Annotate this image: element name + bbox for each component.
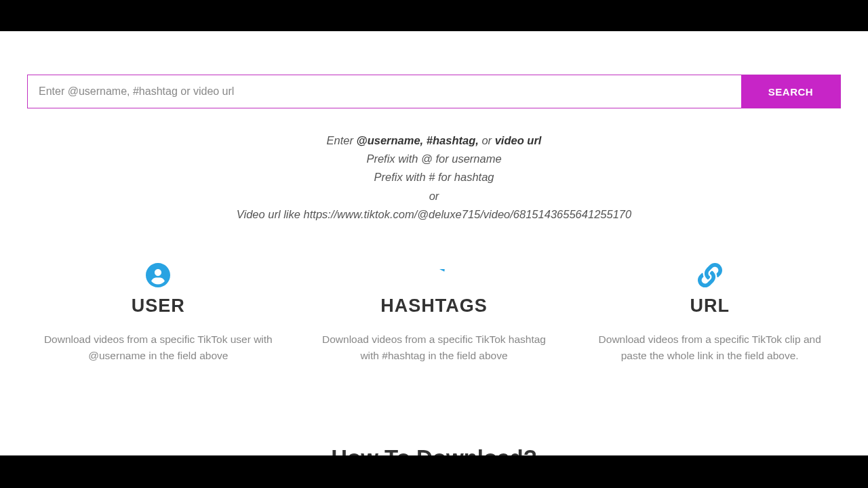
main-content: SEARCH Enter @username, #hashtag, or vid… — [0, 75, 868, 471]
instruction-line-3: Prefix with # for hashtag — [27, 168, 841, 186]
instruction-line-5: Video url like https://www.tiktok.com/@d… — [27, 205, 841, 224]
instructions-block: Enter @username, #hashtag, or video url … — [27, 131, 841, 224]
instruction-text: Enter — [327, 134, 357, 146]
feature-url: URL Download videos from a specific TikT… — [578, 262, 841, 364]
instruction-text: or — [479, 134, 495, 146]
hashtag-icon — [310, 262, 559, 289]
feature-desc: Download videos from a specific TikTok h… — [310, 331, 559, 364]
instruction-bold: @username, #hashtag, — [357, 134, 479, 146]
user-icon — [34, 262, 283, 289]
feature-title: USER — [34, 296, 283, 317]
link-icon — [585, 262, 834, 289]
feature-desc: Download videos from a specific TikTok u… — [34, 331, 283, 364]
feature-title: HASHTAGS — [310, 296, 559, 317]
letterbox-top — [0, 0, 868, 31]
instruction-line-4: or — [27, 187, 841, 205]
search-button[interactable]: SEARCH — [741, 75, 840, 108]
search-bar: SEARCH — [27, 75, 841, 108]
feature-title: URL — [585, 296, 834, 317]
features-row: USER Download videos from a specific Tik… — [27, 262, 841, 364]
search-input[interactable] — [28, 75, 741, 108]
instruction-bold: video url — [495, 134, 542, 146]
instruction-line-1: Enter @username, #hashtag, or video url — [27, 131, 841, 150]
feature-hashtags: HASHTAGS Download videos from a specific… — [303, 262, 566, 364]
feature-user: USER Download videos from a specific Tik… — [27, 262, 290, 364]
feature-desc: Download videos from a specific TikTok c… — [585, 331, 834, 364]
letterbox-bottom — [0, 455, 868, 488]
instruction-line-2: Prefix with @ for username — [27, 150, 841, 168]
